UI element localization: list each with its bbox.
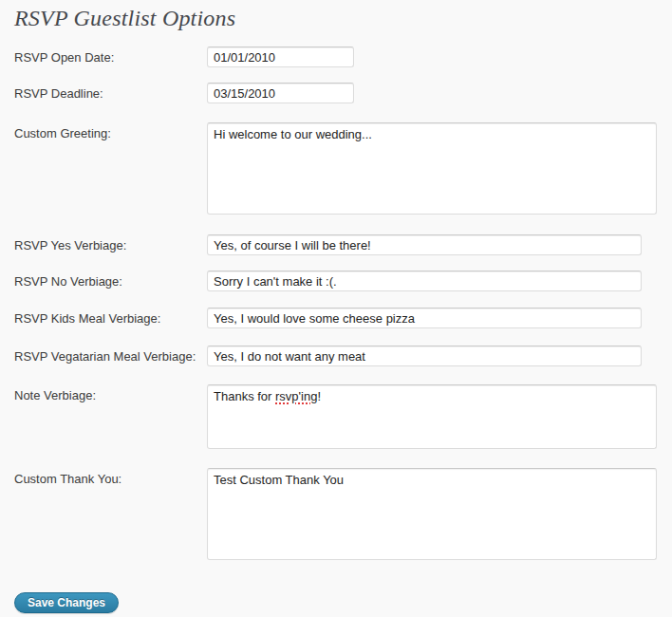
form-row-yes-verbiage: RSVP Yes Verbiage: (14, 234, 657, 255)
form-row-custom-greeting: Custom Greeting: Hi welcome to our weddi… (14, 122, 657, 215)
custom-greeting-label: Custom Greeting: (14, 122, 207, 140)
rsvp-deadline-input[interactable] (207, 83, 354, 103)
rsvp-open-date-label: RSVP Open Date: (14, 47, 207, 65)
custom-greeting-textarea[interactable]: Hi welcome to our wedding... (207, 122, 657, 215)
form-row-vegetarian-meal-verbiage: RSVP Vegatarian Meal Verbiage: (14, 346, 657, 366)
settings-page: RSVP Guestlist Options RSVP Open Date: R… (0, 0, 672, 613)
rsvp-yes-verbiage-label: RSVP Yes Verbiage: (14, 234, 207, 252)
rsvp-no-verbiage-label: RSVP No Verbiage: (14, 271, 207, 289)
rsvp-no-verbiage-input[interactable] (207, 271, 642, 291)
page-title: RSVP Guestlist Options (14, 6, 657, 31)
note-verbiage-label: Note Verbiage: (14, 384, 207, 402)
form-row-custom-thank-you: Custom Thank You: Test Custom Thank You (14, 468, 657, 560)
rsvp-vegetarian-meal-verbiage-input[interactable] (207, 346, 642, 366)
rsvp-kids-meal-verbiage-input[interactable] (207, 308, 642, 328)
rsvp-yes-verbiage-input[interactable] (207, 234, 642, 255)
note-verbiage-text-suffix: ! (317, 389, 321, 403)
rsvp-deadline-label: RSVP Deadline: (14, 83, 207, 101)
custom-thank-you-textarea[interactable]: Test Custom Thank You (207, 468, 657, 560)
form-row-kids-meal-verbiage: RSVP Kids Meal Verbiage: (14, 308, 657, 328)
rsvp-vegetarian-meal-verbiage-label: RSVP Vegatarian Meal Verbiage: (14, 346, 207, 364)
note-verbiage-misspelled-word: rsvp'ing (275, 389, 317, 403)
save-changes-button[interactable]: Save Changes (14, 592, 119, 613)
submit-row: Save Changes (14, 592, 657, 613)
rsvp-kids-meal-verbiage-label: RSVP Kids Meal Verbiage: (14, 308, 207, 326)
form-row-deadline: RSVP Deadline: (14, 83, 657, 103)
custom-thank-you-label: Custom Thank You: (14, 468, 207, 486)
rsvp-open-date-input[interactable] (207, 47, 354, 67)
note-verbiage-textarea[interactable]: Thanks for rsvp'ing! (207, 384, 657, 449)
note-verbiage-text: Thanks for (214, 389, 275, 403)
form-row-no-verbiage: RSVP No Verbiage: (14, 271, 657, 291)
form-row-open-date: RSVP Open Date: (14, 47, 657, 67)
form-row-note-verbiage: Note Verbiage: Thanks for rsvp'ing! (14, 384, 657, 449)
rsvp-options-form: RSVP Open Date: RSVP Deadline: Custom Gr… (14, 47, 657, 613)
